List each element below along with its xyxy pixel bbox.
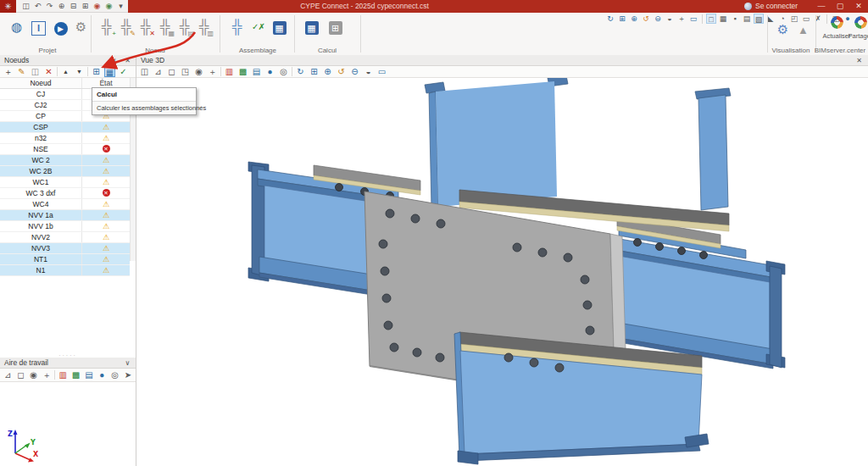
assembly-table-button[interactable]: ▦ xyxy=(270,17,289,39)
column-header-noeud[interactable]: Noeud xyxy=(0,78,82,88)
calculate-all-icon[interactable]: ⊞ xyxy=(91,66,102,77)
app-logo-icon[interactable]: ✳ xyxy=(0,0,16,13)
zoom-icon[interactable]: ⊕ xyxy=(57,2,66,10)
collapse-panel-icon[interactable]: ∨ xyxy=(108,55,120,66)
zoom-extents-icon[interactable]: ⊞ xyxy=(309,66,320,77)
pan-icon[interactable]: ◒ xyxy=(363,66,374,77)
move-up-icon[interactable]: ▲ xyxy=(60,66,71,77)
3d-model-canvas[interactable] xyxy=(136,78,868,466)
cype-viewer-button[interactable]: ▶ xyxy=(51,17,70,39)
table-row[interactable]: WC4 xyxy=(0,199,130,210)
pan-icon[interactable]: ◒ xyxy=(665,14,675,24)
visibility-icon[interactable]: ◎ xyxy=(278,66,289,77)
table-row[interactable]: WC 3 dxf xyxy=(0,188,130,199)
table-row[interactable]: n32 xyxy=(0,133,130,144)
zoom-extents-icon[interactable]: ⊞ xyxy=(617,14,627,24)
check-icon[interactable]: ✓ xyxy=(118,66,129,77)
rotate-view-icon[interactable]: ↻ xyxy=(295,66,306,77)
general-data-button[interactable]: ◍ xyxy=(7,17,26,39)
select-hand-icon[interactable]: ➤ xyxy=(123,369,133,380)
update-green-icon[interactable]: ◉ xyxy=(104,2,114,10)
export-node-button[interactable]: ╬▥ xyxy=(194,17,214,39)
panel-blue-icon[interactable]: ▤ xyxy=(84,369,94,380)
zoom-window-icon[interactable]: ⊕ xyxy=(322,66,333,77)
table-row[interactable]: NVV3 xyxy=(0,243,130,254)
check-operations-button[interactable]: ✓✗ xyxy=(248,17,268,39)
display-options-button[interactable]: ⚙ xyxy=(773,19,793,42)
sphere-icon[interactable]: ● xyxy=(97,369,107,380)
calculation-options-button[interactable]: ⊞ xyxy=(326,17,345,39)
table-row[interactable]: NT1 xyxy=(0,254,130,265)
grid-toggle-icon[interactable]: ▦ xyxy=(718,14,728,24)
workplane-toggle-icon[interactable]: ▧ xyxy=(754,14,764,24)
zoom-window-icon[interactable]: ⊕ xyxy=(629,14,639,24)
calculate-icon[interactable]: ▦ xyxy=(104,66,115,77)
delete-node-icon[interactable]: ✕ xyxy=(43,66,54,77)
cube-view-icon[interactable]: ◻ xyxy=(15,369,25,380)
eye-icon[interactable]: ◉ xyxy=(29,369,39,380)
project-description-button[interactable]: I xyxy=(29,17,48,39)
sign-in-button[interactable]: Se connecter xyxy=(744,0,798,13)
table-row[interactable]: NVV 1a xyxy=(0,210,130,221)
rotate-view-icon[interactable]: ↻ xyxy=(605,14,615,24)
redo-icon[interactable]: ↷ xyxy=(45,2,54,10)
minimize-button[interactable]: — xyxy=(812,0,831,13)
table-row[interactable]: N1 xyxy=(0,265,130,276)
save-icon[interactable]: ◫ xyxy=(21,2,31,10)
table-row[interactable]: NVV 1b xyxy=(0,221,130,232)
cube-rotate-icon[interactable]: ◳ xyxy=(180,66,191,77)
table-row[interactable]: NSE xyxy=(0,144,130,155)
panel-red-icon[interactable]: ▥ xyxy=(58,369,68,380)
collapse-panel-icon[interactable]: ∨ xyxy=(122,358,133,369)
axes-icon[interactable]: ⊿ xyxy=(153,66,164,77)
new-node-button[interactable]: ╬+ xyxy=(97,17,116,39)
export-scene-icon[interactable]: ◫ xyxy=(139,66,150,77)
wireframe-toggle-icon[interactable]: □ xyxy=(706,14,716,24)
move-view-icon[interactable]: ＋ xyxy=(676,14,687,24)
calculate-button[interactable]: ▦ xyxy=(302,17,321,39)
import-node-button[interactable]: ╬▤ xyxy=(175,17,194,39)
table-row[interactable]: WC 2B xyxy=(0,166,130,177)
table-row[interactable]: NVV2 xyxy=(0,232,130,243)
copy-node-icon[interactable]: ◫ xyxy=(30,66,41,77)
panel-green-icon[interactable]: ▩ xyxy=(70,369,81,380)
panel-blue-icon[interactable]: ▤ xyxy=(251,66,262,77)
close-vue3d-icon[interactable]: ✕ xyxy=(854,55,865,66)
move-anchor-icon[interactable]: ＋ xyxy=(42,369,52,380)
panel-green-icon[interactable]: ▩ xyxy=(237,66,248,77)
render-options-button[interactable]: ▲ xyxy=(793,19,813,42)
orbit-icon[interactable]: ↺ xyxy=(641,14,651,24)
maximize-button[interactable]: ▢ xyxy=(831,0,849,13)
print-settings-icon[interactable]: ⊞ xyxy=(81,2,90,10)
table-row[interactable]: CSP xyxy=(0,122,130,133)
copy-node-button[interactable]: ╬▦ xyxy=(155,17,175,39)
table-row[interactable]: WC1 xyxy=(0,177,130,188)
orbit-icon[interactable]: ↺ xyxy=(336,66,347,77)
axes-icon[interactable]: ⊿ xyxy=(3,369,13,380)
print-icon[interactable]: ⊟ xyxy=(69,2,78,10)
eye-icon[interactable]: ◉ xyxy=(193,66,204,77)
update-red-icon[interactable]: ◉ xyxy=(92,2,102,10)
move-down-icon[interactable]: ▼ xyxy=(74,66,85,77)
sections-toggle-icon[interactable]: ▤ xyxy=(742,14,752,24)
delete-node-button[interactable]: ╬✕ xyxy=(136,17,155,39)
edit-assembly-button[interactable]: ╬ xyxy=(227,17,247,39)
cube-view-icon[interactable]: ◻ xyxy=(166,66,177,77)
snap-toggle-icon[interactable]: ▪ xyxy=(730,14,740,24)
table-row[interactable]: WC 2 xyxy=(0,155,130,166)
close-button[interactable]: ✕ xyxy=(849,0,868,13)
undo-icon[interactable]: ↶ xyxy=(33,2,42,10)
more-icon[interactable]: ▾ xyxy=(116,2,125,10)
zoom-previous-icon[interactable]: ⊖ xyxy=(349,66,360,77)
edit-node-button[interactable]: ╬✎ xyxy=(116,17,136,39)
panel-red-icon[interactable]: ▥ xyxy=(224,66,235,77)
close-panel-icon[interactable]: ✕ xyxy=(122,55,133,66)
move-anchor-icon[interactable]: ＋ xyxy=(207,66,218,77)
full-screen-icon[interactable]: ▭ xyxy=(376,66,387,77)
full-screen-icon[interactable]: ▭ xyxy=(688,14,698,24)
visibility-icon[interactable]: ◎ xyxy=(109,369,120,380)
sphere-icon[interactable]: ● xyxy=(264,66,275,77)
zoom-previous-icon[interactable]: ⊖ xyxy=(653,14,663,24)
settings-button[interactable]: ⚙ xyxy=(71,17,91,39)
add-node-icon[interactable]: ＋ xyxy=(3,66,14,77)
